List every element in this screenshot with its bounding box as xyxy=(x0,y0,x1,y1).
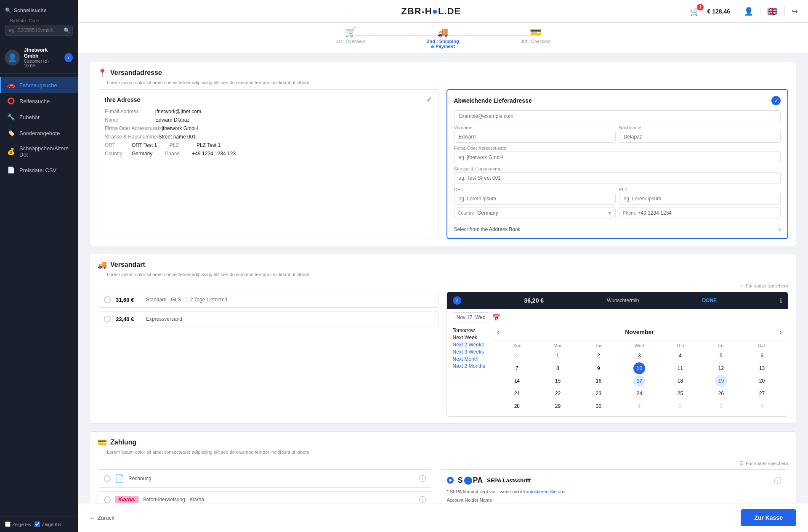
cal-day[interactable]: 9 xyxy=(593,362,604,374)
payment-option-rechnung[interactable]: 📄 Rechnung i xyxy=(98,469,432,488)
cal-day[interactable]: 7 xyxy=(511,362,523,374)
file-icon: 📄 xyxy=(7,166,15,174)
sidebar-item-reifensuche[interactable]: ⭕ Reifensuche xyxy=(0,93,78,109)
shipping-radio-gls[interactable] xyxy=(104,296,111,303)
klarna-label: Sofortüberweisung - Klarna xyxy=(143,497,204,503)
shortcut-next-2-weeks[interactable]: Next 2 Weeks xyxy=(453,342,485,348)
alt-firma-input[interactable] xyxy=(454,152,781,163)
sidebar-collapse-button[interactable]: ‹ xyxy=(64,53,73,62)
cal-day-selected[interactable]: 17 xyxy=(633,375,645,387)
cal-day[interactable]: 23 xyxy=(593,388,604,399)
cal-day[interactable]: 12 xyxy=(715,362,727,374)
address-book-row[interactable]: Select from the Address Book › xyxy=(454,222,781,232)
wunschtermin-check[interactable]: ✓ xyxy=(453,296,461,305)
sidebar-item-label: Fahrzeugsuche xyxy=(19,82,57,88)
shipping-radio-express[interactable] xyxy=(104,316,111,322)
calendar-next-btn[interactable]: › xyxy=(780,328,782,336)
profile-name: Jfnetwork Gmbh xyxy=(24,47,60,59)
country-select[interactable]: Country Germany ▼ xyxy=(454,207,616,218)
shipping-options: 31,60 € Standard - GLS - 1-2 Tage Liefer… xyxy=(98,292,439,417)
sepa-logo-dot: ⬤ xyxy=(464,476,472,485)
search-input[interactable] xyxy=(5,25,73,36)
sidebar-profile: 👤 Jfnetwork Gmbh Customer Id - 10015 ‹ xyxy=(0,42,78,74)
cal-day[interactable]: 29 xyxy=(552,400,563,412)
cal-day[interactable]: 15 xyxy=(552,375,563,387)
nachname-input[interactable] xyxy=(619,131,781,143)
calendar-month: November xyxy=(625,329,654,335)
sidebar-item-fahrzeugsuche[interactable]: 🚗 Fahrzeugsuche xyxy=(0,77,78,93)
calendar-prev-btn[interactable]: ‹ xyxy=(497,328,499,336)
back-button[interactable]: ← Zuruck xyxy=(90,515,114,521)
logout-icon[interactable]: ↪ xyxy=(792,7,798,16)
shipping-option-express[interactable]: 33,40 € Expressversand xyxy=(98,311,439,327)
cal-day[interactable]: 20 xyxy=(756,375,768,387)
cal-day[interactable]: 14 xyxy=(511,375,523,387)
checkout-button[interactable]: Zur Kasse xyxy=(741,509,796,526)
language-flag[interactable]: 🇬🇧 xyxy=(767,6,778,16)
sidebar-item-schnappchen[interactable]: 💰 Schnäppchen/Ältere Dot xyxy=(0,141,78,162)
cal-day[interactable]: 1 xyxy=(552,350,563,362)
cal-day[interactable]: 13 xyxy=(756,362,768,374)
cal-day[interactable]: 6 xyxy=(756,350,768,362)
sepa-info-icon[interactable]: i xyxy=(774,477,781,484)
sidebar-item-sonderangebote[interactable]: 🏷️ Sonderangebote xyxy=(0,125,78,141)
cart-step-icon: 🛒 xyxy=(345,27,356,38)
alt-phone-input[interactable] xyxy=(638,210,777,216)
alt-plz-input[interactable] xyxy=(619,193,781,205)
alt-email-input[interactable] xyxy=(454,110,781,122)
cal-day[interactable]: 2 xyxy=(593,350,604,362)
cal-day[interactable]: 27 xyxy=(756,388,768,399)
cal-day[interactable]: 11 xyxy=(674,362,686,374)
sidebar-footer: Zeige EK Zeige KB xyxy=(0,516,78,532)
calendar-weekdays: Sun Mon Tue Wed Thu Fri Sat xyxy=(497,343,782,348)
cal-day-today[interactable]: 10 xyxy=(633,362,645,374)
payment-radio-rechnung[interactable] xyxy=(104,475,111,482)
vorname-input[interactable] xyxy=(454,131,616,143)
cal-day-19[interactable]: 19 xyxy=(715,375,727,387)
shortcut-next-3-weeks[interactable]: Next 3 Weeks xyxy=(453,349,485,355)
shortcut-next-month[interactable]: Next Month xyxy=(453,356,485,362)
wunschtermin-done-btn[interactable]: DONE xyxy=(702,298,717,303)
cal-day[interactable]: 26 xyxy=(715,388,727,399)
cal-day[interactable]: 4 xyxy=(674,350,686,362)
cal-day[interactable]: 21 xyxy=(511,388,523,399)
sepa-mandate-link[interactable]: kontaktieren Sie uns xyxy=(524,489,566,494)
cal-day[interactable]: 30 xyxy=(593,400,604,412)
cart-icon[interactable]: 🛒 1 xyxy=(690,6,700,16)
shortcut-next-2-months[interactable]: Next 2 Months xyxy=(453,363,485,369)
cal-day[interactable]: 18 xyxy=(674,375,686,387)
cal-day[interactable]: 24 xyxy=(633,388,645,399)
ort-plz-field-row: ORT PLZ xyxy=(454,187,781,205)
klarna-info-icon[interactable]: i xyxy=(419,496,426,503)
alt-delivery-box: Abweichende Lieferadresse ✓ Vorname Nach… xyxy=(447,89,789,239)
shipping-option-gls[interactable]: 31,60 € Standard - GLS - 1-2 Tage Liefer… xyxy=(98,292,439,308)
sidebar-item-preisdatei[interactable]: 📄 Preisdatei CSV xyxy=(0,162,78,178)
cal-day[interactable]: 5 xyxy=(715,350,727,362)
logo: ZBR-H●L.DE xyxy=(401,6,461,17)
sepa-radio[interactable] xyxy=(447,477,454,484)
shipping-price-gls: 31,60 € xyxy=(116,297,141,303)
wunschtermin-info-icon[interactable]: ℹ xyxy=(780,297,782,304)
alt-strasse-input[interactable] xyxy=(454,172,781,184)
payment-radio-klarna[interactable] xyxy=(104,496,111,503)
date-value[interactable]: Nov 17, Wed xyxy=(453,312,489,322)
cal-day[interactable]: 3 xyxy=(633,350,645,362)
calendar-icon[interactable]: 📅 xyxy=(492,314,500,322)
alt-ort-input[interactable] xyxy=(454,193,616,205)
show-ek-checkbox-wrap[interactable]: Zeige EK xyxy=(5,521,31,527)
show-kb-checkbox[interactable] xyxy=(35,521,40,527)
cal-day[interactable]: 25 xyxy=(674,388,686,399)
cal-day[interactable]: 8 xyxy=(552,362,563,374)
cal-day[interactable]: 28 xyxy=(511,400,523,412)
cal-day[interactable]: 22 xyxy=(552,388,563,399)
shortcut-tomorrow[interactable]: Tomorrow xyxy=(453,327,485,333)
search-submit-icon[interactable]: 🔍 xyxy=(64,27,70,34)
user-icon[interactable]: 👤 xyxy=(744,7,753,16)
sidebar-item-zubehor[interactable]: 🔧 Zubehör xyxy=(0,109,78,125)
rechnung-info-icon[interactable]: i xyxy=(419,475,426,482)
show-kb-checkbox-wrap[interactable]: Zeige KB xyxy=(35,521,61,527)
cal-day[interactable]: 16 xyxy=(593,375,604,387)
show-ek-checkbox[interactable] xyxy=(5,521,11,527)
strasse-field-row: Strasse & Hausnummer xyxy=(454,166,781,184)
shortcut-next-week[interactable]: Next Week xyxy=(453,335,485,340)
